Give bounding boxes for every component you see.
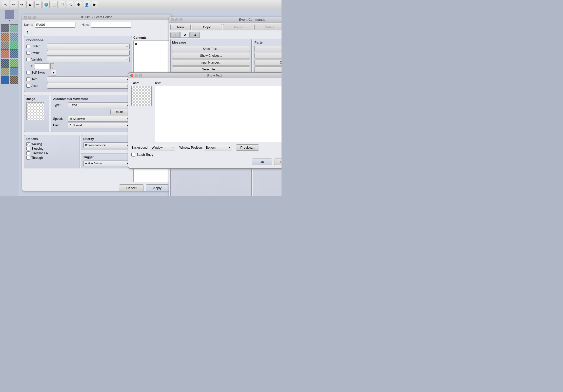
event-commands-title: Event Commands bbox=[239, 18, 265, 22]
variable-checkbox[interactable] bbox=[26, 58, 30, 61]
change-gold-btn[interactable]: Change Gold... bbox=[254, 46, 282, 52]
item-select[interactable]: ▾ bbox=[47, 76, 130, 82]
select-item-btn[interactable]: Select Item... bbox=[172, 66, 250, 72]
autonomous-title: Autonomous Movement bbox=[53, 97, 130, 101]
st-cancel-btn[interactable]: Cancel bbox=[274, 159, 282, 165]
toolbar-icon-eraser[interactable]: ⬜ bbox=[51, 1, 58, 8]
stepping-checkbox[interactable] bbox=[26, 147, 30, 150]
apply-button[interactable]: Apply bbox=[146, 184, 169, 191]
speed-select[interactable]: 3: x2 Slower ▾ bbox=[68, 116, 130, 122]
window-position-select[interactable]: Bottom ▾ bbox=[204, 145, 232, 150]
batch-entry-checkbox[interactable] bbox=[131, 153, 135, 156]
delete-btn[interactable]: Delete bbox=[254, 24, 282, 30]
conditions-section: Conditions Switch Switch bbox=[24, 36, 132, 92]
show-text-titlebar: Show Text bbox=[128, 73, 282, 78]
actor-checkbox[interactable] bbox=[26, 84, 30, 88]
through-checkbox[interactable] bbox=[26, 156, 30, 160]
toolbar-icon-zoomin[interactable]: 🔍 bbox=[67, 1, 74, 8]
paste-btn[interactable]: Paste bbox=[223, 24, 253, 30]
priority-select[interactable]: Below characters ▾ bbox=[83, 142, 130, 148]
type-select[interactable]: Fixed ▾ bbox=[68, 102, 130, 108]
toolbar-icon-gear[interactable]: ⚙ bbox=[75, 1, 82, 8]
item-checkbox[interactable] bbox=[26, 77, 30, 81]
ec-max-btn[interactable] bbox=[179, 18, 183, 21]
change-items-btn[interactable]: Change Items... bbox=[254, 53, 282, 59]
conditions-title: Conditions bbox=[26, 38, 130, 42]
tile-palette[interactable] bbox=[0, 23, 19, 85]
switch1-input[interactable] bbox=[47, 44, 130, 49]
toolbar-icon-arrow[interactable]: ↖ bbox=[2, 1, 9, 8]
route-btn[interactable]: Route... bbox=[110, 109, 130, 115]
self-switch-label: Self Switch bbox=[31, 71, 50, 74]
show-choices-btn[interactable]: Show Choices... bbox=[172, 53, 250, 59]
close-btn[interactable] bbox=[24, 16, 27, 19]
toolbar-icon-select[interactable]: ⬚ bbox=[59, 1, 66, 8]
st-min-btn[interactable] bbox=[135, 74, 138, 77]
st-max-btn[interactable] bbox=[139, 74, 142, 77]
walking-checkbox[interactable] bbox=[26, 142, 30, 146]
variable-label: Variable bbox=[31, 58, 46, 61]
autonomous-section: Autonomous Movement Type: Fixed ▾ Route.… bbox=[51, 95, 132, 132]
event-commands-titlebar: Event Commands bbox=[169, 17, 282, 23]
self-switch-select[interactable]: ▾ bbox=[51, 70, 56, 75]
freq-label: Freq: bbox=[53, 124, 66, 127]
cmd-tab-3[interactable]: 3 bbox=[190, 32, 199, 38]
type-label: Type: bbox=[53, 103, 66, 107]
image-preview[interactable] bbox=[26, 102, 44, 120]
through-label: Through bbox=[31, 156, 43, 160]
text-input[interactable] bbox=[155, 86, 282, 142]
cmd-tab-1[interactable]: 1 bbox=[170, 32, 180, 38]
new-btn[interactable]: New bbox=[170, 24, 191, 30]
show-text-dialog: Show Text Face: Text: Background: bbox=[128, 72, 282, 169]
face-preview[interactable] bbox=[131, 86, 152, 106]
preview-btn[interactable]: Preview... bbox=[236, 144, 259, 151]
toolbar-icon-undo[interactable]: ↩ bbox=[10, 1, 17, 8]
geq-spinner[interactable]: ▲ ▼ bbox=[50, 63, 54, 69]
actor-select[interactable]: ▾ bbox=[47, 83, 130, 89]
min-btn[interactable] bbox=[28, 16, 31, 19]
tab-1[interactable]: 1 bbox=[24, 30, 31, 35]
toolbar-icon-add-person[interactable]: 👤 bbox=[83, 1, 90, 8]
toolbar-icon-fill[interactable]: 🪣 bbox=[43, 1, 50, 8]
switch1-checkbox[interactable] bbox=[26, 45, 30, 48]
note-input[interactable] bbox=[91, 22, 131, 28]
show-text-btn[interactable]: Show Text... bbox=[172, 46, 250, 52]
ec-min-btn[interactable] bbox=[175, 18, 178, 21]
copy-btn[interactable]: Copy bbox=[192, 24, 222, 30]
face-label: Face: bbox=[131, 81, 152, 85]
options-section: Options Walking Stepping D bbox=[24, 135, 79, 168]
toolbar-icon-play[interactable]: ▶ bbox=[91, 1, 98, 8]
cancel-button[interactable]: Cancel bbox=[119, 184, 144, 191]
input-number-btn[interactable]: Input Number... bbox=[172, 60, 250, 66]
switch2-label: Switch bbox=[31, 51, 46, 55]
name-input[interactable] bbox=[35, 22, 75, 28]
contents-diamond: ◆ bbox=[135, 42, 137, 46]
geq-value[interactable] bbox=[34, 63, 49, 69]
background-select[interactable]: Window ▾ bbox=[150, 145, 175, 150]
ec-close-btn[interactable] bbox=[171, 18, 174, 21]
toolbar-icon-character[interactable]: ♟ bbox=[26, 1, 33, 8]
actor-label: Actor bbox=[31, 84, 46, 88]
ok-btn[interactable]: OK bbox=[252, 159, 272, 165]
toolbar-icon-redo[interactable]: ↪ bbox=[18, 1, 25, 8]
cmd-tab-2[interactable]: 2 bbox=[180, 32, 190, 38]
max-btn[interactable] bbox=[33, 16, 36, 19]
switch2-input[interactable] bbox=[47, 50, 130, 56]
item-label: Item bbox=[31, 77, 46, 81]
switch2-checkbox[interactable] bbox=[26, 51, 30, 55]
background-label: Background: bbox=[131, 146, 148, 149]
speed-label: Speed: bbox=[53, 117, 66, 121]
freq-select[interactable]: 3: Normal ▾ bbox=[68, 123, 130, 128]
trigger-select[interactable]: Action Button ▾ bbox=[83, 161, 130, 166]
st-close-btn[interactable] bbox=[130, 74, 133, 77]
direction-fix-checkbox[interactable] bbox=[26, 151, 30, 155]
show-text-title: Show Text bbox=[207, 73, 222, 77]
change-armors-btn[interactable]: Change Armors... bbox=[254, 66, 282, 72]
self-switch-checkbox[interactable] bbox=[26, 71, 30, 74]
toolbar-icon-pencil[interactable]: ✏ bbox=[34, 1, 42, 8]
image-section: Image bbox=[24, 95, 49, 132]
change-weapons-btn[interactable]: Change Weapons... bbox=[254, 60, 282, 66]
options-title: Options bbox=[26, 137, 77, 141]
contents-label: Contents: bbox=[133, 36, 169, 40]
variable-input[interactable] bbox=[47, 57, 130, 62]
